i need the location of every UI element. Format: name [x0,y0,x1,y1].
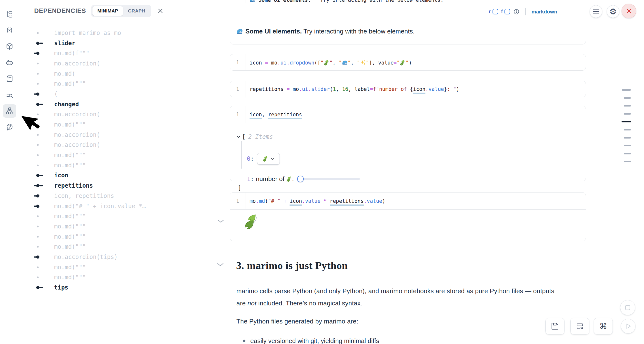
cell-marker[interactable] [624,145,631,146]
cell-marker-current[interactable] [622,121,631,122]
minimap-row[interactable]: mo.md(""" [19,242,172,252]
r-format-checkbox[interactable] [492,9,498,15]
play-icon [624,322,632,330]
cell-code-preview: changed [54,101,79,108]
cell-marker-def-icon [34,286,46,289]
file-explorer-icon[interactable] [3,7,16,21]
tab-minimap[interactable]: MINIMAP [92,6,123,16]
cell-code-preview: repetitions [54,182,93,189]
cell-code-preview: mo.md(""" [54,152,86,158]
dependencies-icon[interactable] [3,104,16,118]
markdown-cell-editor[interactable]: 1 Some UI elements. Try interacting with… [230,0,586,5]
cell-code-preview: slider [54,40,76,47]
slider-track[interactable] [297,178,360,180]
minimap-row[interactable]: mo.md(""" [19,232,172,242]
tree-collapse-icon[interactable] [237,136,240,138]
minimap-row[interactable]: mo.accordion( [19,109,172,120]
cell-editor[interactable]: 1 icon, repetitions [230,106,586,123]
cell-marker[interactable] [624,129,631,130]
cell-marker-def-icon [34,42,46,45]
minimap-row[interactable]: mo.md(""" [19,150,172,160]
cell-editor[interactable]: 1 icon = mo.ui.dropdown(["", "", ""], va… [230,54,586,71]
save-button[interactable] [546,318,564,334]
logs-icon[interactable] [3,72,16,86]
bullet-text: easily versioned with git, yielding mini… [250,337,379,344]
cell-code-preview: mo.md(f""" [54,50,90,57]
minimap-row[interactable]: mo.md(""" [19,272,172,283]
cell-code-preview: import marimo as mo [54,30,121,36]
run-button[interactable] [621,319,636,333]
language-badge[interactable]: markdown [532,9,557,15]
minimap-row[interactable]: mo.md(""" [19,221,172,232]
cell-marker[interactable] [624,105,631,106]
minimap-row[interactable]: mo.accordion( [19,140,172,150]
collapse-chevron-icon[interactable] [217,263,224,267]
cell-marker[interactable] [624,97,631,99]
menu-button[interactable] [590,5,602,18]
cell-code-preview: mo.md(""" [54,274,86,281]
help-icon[interactable] [3,120,16,134]
minimap-row[interactable]: import marimo as mo [19,28,172,38]
collapse-chevron-icon[interactable] [218,219,224,223]
marimo-app: DEPENDENCIES MINIMAP GRAPH import marimo… [0,0,644,344]
stop-button[interactable] [620,300,635,315]
cell-marker[interactable] [624,161,631,162]
minimap-row[interactable]: mo.md("# " + icon.value *… [19,201,172,211]
variables-icon[interactable] [3,24,16,37]
cell-editor[interactable]: 1 mo.md("# " + icon.value * repetitions.… [230,193,586,210]
cell-code-preview: mo.accordion( [54,60,100,67]
minimap-row[interactable]: mo.md(""" [19,211,172,221]
minimap-row[interactable]: icon, repetitions [19,191,172,201]
close-icon[interactable] [158,8,163,14]
info-icon[interactable] [514,9,519,15]
cell-editor[interactable]: 1 repetitions = mo.ui.slider(1, 16, labe… [230,81,586,97]
tree-open-bracket: [ [242,133,246,140]
markdown-toolbar: r f markdown [230,5,586,18]
minimap-row[interactable]: mo.md(""" [19,79,172,89]
minimap-row[interactable]: mo.md(""" [19,262,172,272]
minimap-row[interactable]: ( [19,89,172,99]
minimap-row[interactable]: tips [19,282,172,293]
minimap-row[interactable]: icon [19,170,172,181]
minimap-row[interactable]: mo.accordion( [19,58,172,69]
cell-code-preview: mo.md(""" [54,264,86,271]
packages-icon[interactable] [3,40,16,53]
cell-marker[interactable] [624,153,631,154]
f-format-checkbox[interactable] [504,9,510,15]
cell-marker[interactable] [624,113,631,115]
minimap-row[interactable]: mo.md(""" [19,119,172,130]
cell-code-preview: mo.md(""" [54,223,86,230]
cell-marker[interactable] [622,89,631,91]
minimap-row[interactable]: mo.md(""" [19,160,172,170]
minimap-row[interactable]: mo.md(f""" [19,48,172,58]
minimap-row[interactable]: mo.accordion(tips) [19,252,172,262]
minimap-row[interactable]: slider [19,38,172,48]
tab-graph[interactable]: GRAPH [123,6,150,16]
cell-code-preview: mo.accordion( [54,141,100,148]
cell-marker-use-icon [34,92,46,96]
ai-assistant-icon[interactable] [3,56,16,69]
minimap-row[interactable]: changed [19,99,172,109]
code-line: repetitions = mo.ui.slider(1, 16, label=… [250,86,459,92]
outline-search-icon[interactable] [3,88,16,102]
tree-guide-line [241,141,242,168]
cell-marker-dot-icon [34,215,46,218]
wave-emoji [236,28,243,35]
slider-knob[interactable] [297,176,304,182]
cell-marker-def-icon [34,174,46,177]
keyboard-shortcuts-button[interactable]: ⌘ [594,318,613,334]
minimap-row[interactable]: mo.accordion( [19,130,172,140]
minimap-row[interactable]: mo.md( [19,69,172,79]
cell-marker[interactable] [624,137,631,138]
dropdown-widget[interactable] [257,153,280,165]
panel-title: DEPENDENCIES [34,7,86,15]
cell-code-preview: mo.md( [54,70,76,77]
cell-marker-use-icon [34,255,46,259]
slider-widget[interactable] [297,176,360,182]
tree-colon: : [250,155,254,162]
shutdown-button[interactable] [622,4,636,18]
cell-code-preview: icon, repetitions [54,193,114,199]
settings-button[interactable]: ⚙ [607,5,619,18]
minimap-row[interactable]: repetitions [19,181,172,191]
layout-button[interactable] [570,318,589,334]
